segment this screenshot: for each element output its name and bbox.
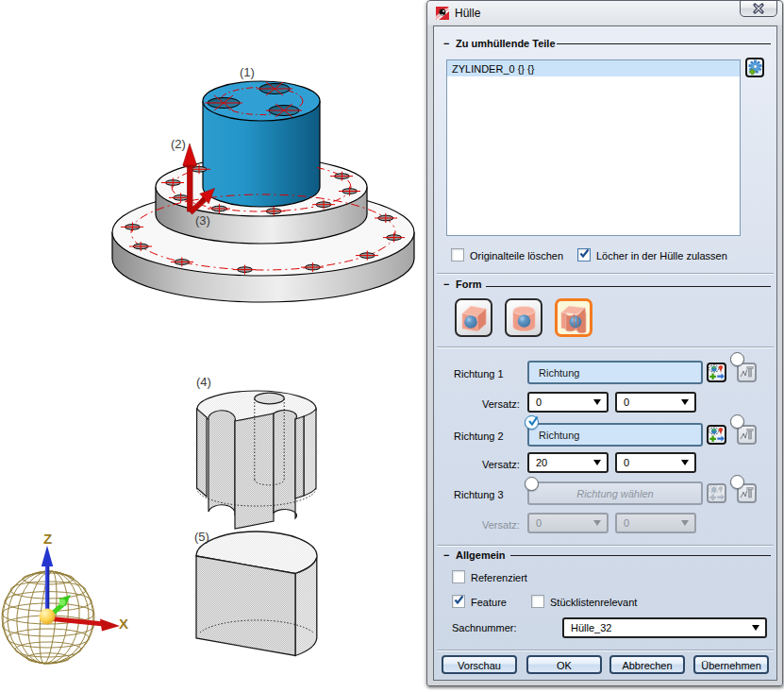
svg-text:X: X [119, 616, 128, 632]
svg-text:(4): (4) [196, 375, 211, 389]
svg-text:(1): (1) [240, 65, 255, 79]
svg-text:(2): (2) [171, 137, 186, 151]
svg-text:(3): (3) [195, 213, 210, 228]
svg-text:Z: Z [43, 531, 52, 547]
svg-text:(5): (5) [194, 530, 209, 544]
